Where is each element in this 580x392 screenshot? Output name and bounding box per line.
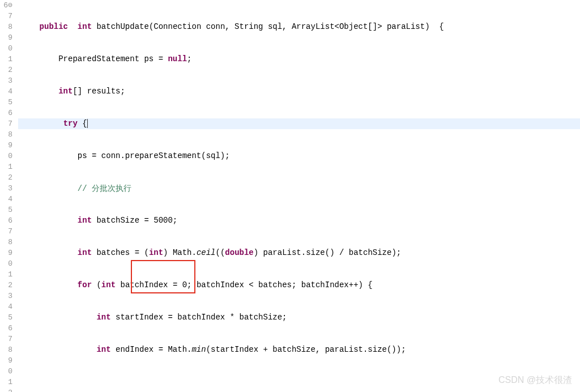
code-line: int[] results; [18, 86, 580, 97]
code-line: int batchSize = 5000; [18, 215, 580, 226]
code-line: PreparedStatement ps = null; [18, 54, 580, 65]
code-line-highlighted: try { [18, 118, 580, 129]
code-line: int startIndex = batchIndex * batchSize; [18, 312, 580, 323]
code-line: for (int batchIndex = 0; batchIndex < ba… [18, 280, 580, 291]
code-line: public int batchUpdate(Connection conn, … [18, 22, 580, 32]
watermark: CSDN @技术很渣 [498, 374, 572, 386]
code-line: int endIndex = Math.min(startIndex + bat… [18, 344, 580, 355]
code-line: ps = conn.prepareStatement(sql); [18, 151, 580, 161]
code-line: int batches = (int) Math.ceil((double) p… [18, 248, 580, 258]
line-number-gutter: 6⊖789012345678901234567890123456789012 [0, 0, 18, 392]
code-editor[interactable]: public int batchUpdate(Connection conn, … [18, 0, 580, 392]
code-line: // 分批次执行 [18, 183, 580, 194]
code-line [18, 377, 580, 387]
